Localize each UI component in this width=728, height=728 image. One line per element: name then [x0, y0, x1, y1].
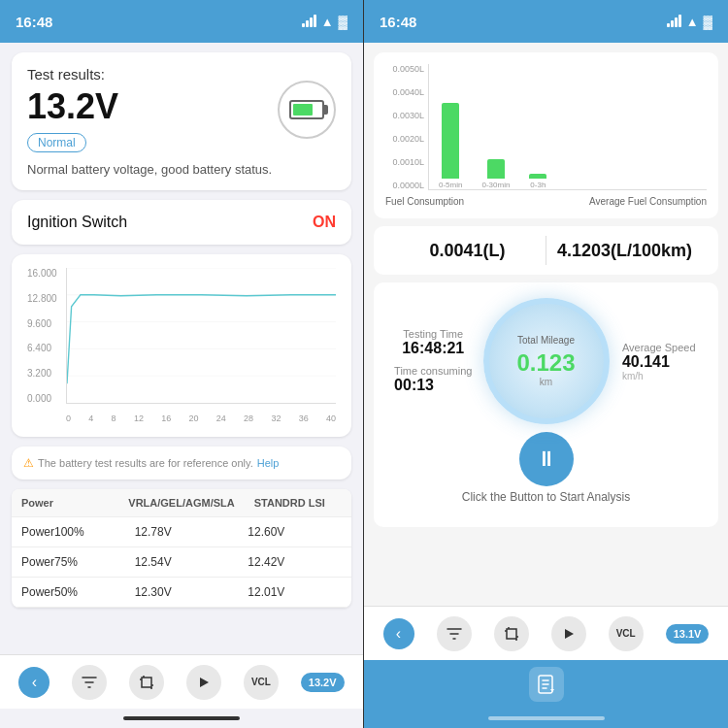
- fuel-chart-area: 0.0050L 0.0040L 0.0030L 0.0020L 0.0010L …: [385, 64, 707, 190]
- table-row: Power50% 12.30V 12.01V: [12, 578, 351, 608]
- fuel-chart-card: 0.0050L 0.0040L 0.0030L 0.0020L 0.0010L …: [374, 52, 718, 218]
- svg-rect-5: [142, 678, 151, 687]
- home-indicator-left: [0, 709, 363, 728]
- status-icons-left: ▲ ▓: [302, 15, 347, 29]
- battery-graphic: [278, 81, 336, 139]
- voltage-display: 13.2V: [27, 86, 118, 127]
- wifi-icon: ▲: [321, 15, 334, 29]
- fuel-consumption-label: Fuel Consumption: [385, 196, 464, 207]
- cell-vrla75: 12.54V: [125, 547, 239, 577]
- total-mileage-gauge: Total Mileage 0.123 km: [483, 298, 610, 424]
- crop-button-right[interactable]: [494, 616, 529, 651]
- warning-icon: ⚠: [23, 456, 34, 470]
- fuel-bar-tall: [442, 103, 459, 179]
- table-header: Power VRLA/GEL/AGM/SLA STANDRD LSI: [12, 489, 351, 517]
- battery-fill: [293, 104, 313, 116]
- fuel-bar-short: [529, 174, 546, 179]
- table-row: Power100% 12.78V 12.60V: [12, 517, 351, 547]
- ignition-label: Ignition Switch: [27, 214, 127, 231]
- circle-unit: km: [540, 377, 552, 387]
- chart-y-labels: 16.000 12.800 9.600 6.400 3.200 0.000: [27, 268, 66, 404]
- start-analysis-label: Click the Button to Start Analysis: [383, 490, 709, 512]
- filter-button-right[interactable]: [437, 616, 472, 651]
- test-results-label: Test results:: [27, 66, 118, 83]
- left-phone: 16:48 ▲ ▓ Test results: 13.2V Normal: [0, 0, 364, 728]
- pause-icon: ⏸: [536, 447, 557, 472]
- pause-button[interactable]: ⏸: [519, 432, 574, 486]
- testing-time-label: Testing Time 16:48:21: [402, 328, 464, 357]
- average-speed-section: Average Speed 40.141 km/h: [622, 342, 696, 381]
- signal-icon: [302, 16, 316, 27]
- battery-test-card: Test results: 13.2V Normal Normal batter…: [12, 52, 351, 190]
- fuel-value-left: 0.0041(L): [389, 241, 546, 261]
- avg-fuel-value-number: 4.1203(L/100km): [546, 241, 703, 261]
- filter-button[interactable]: [72, 665, 107, 700]
- fuel-values-card: 0.0041(L) 4.1203(L/100km): [374, 226, 718, 275]
- status-bar-left: 16:48 ▲ ▓: [0, 0, 363, 43]
- fuel-y-axis: 0.0050L 0.0040L 0.0030L 0.0020L 0.0010L …: [385, 64, 428, 190]
- stats-left: Testing Time 16:48:21 Time consuming 00:…: [383, 328, 483, 394]
- pause-button-container: ⏸: [383, 432, 709, 486]
- col-vrla: VRLA/GEL/AGM/SLA: [118, 489, 244, 516]
- cell-std75: 12.42V: [238, 547, 351, 577]
- home-indicator-right: [364, 709, 728, 728]
- crop-button[interactable]: [129, 665, 164, 700]
- circle-title: Total Mileage: [517, 335, 575, 346]
- back-button-right[interactable]: ‹: [383, 618, 414, 649]
- fuel-value-right: 4.1203(L/100km): [546, 241, 703, 261]
- avg-speed-unit: km/h: [622, 371, 696, 381]
- fuel-bars-area: 0-5min 0-30min 0-3h: [428, 64, 707, 190]
- vcl-button-right[interactable]: VCL: [609, 616, 644, 651]
- cell-vrla100: 12.78V: [125, 517, 239, 546]
- cell-vrla50: 12.30V: [125, 578, 239, 607]
- status-time-left: 16:48: [16, 14, 52, 30]
- table-row: Power75% 12.54V 12.42V: [12, 547, 351, 578]
- left-toolbar: ‹ VCL 13.2V: [0, 654, 363, 709]
- col-power: Power: [12, 489, 118, 516]
- battery-body: [289, 100, 324, 119]
- voltage-chart: 16.000 12.800 9.600 6.400 3.200 0.000: [27, 268, 336, 423]
- action-bar: [364, 660, 728, 709]
- battery-description: Normal battery voltage, good battery sta…: [27, 162, 336, 177]
- circle-gauge-card: Testing Time 16:48:21 Time consuming 00:…: [374, 282, 718, 527]
- right-toolbar: ‹ VCL 13.1V: [364, 606, 728, 660]
- voltage-badge-right: 13.1V: [666, 624, 710, 644]
- circle-value: 0.123: [516, 349, 575, 377]
- circle-stats: Testing Time 16:48:21 Time consuming 00:…: [383, 298, 709, 424]
- vcl-button[interactable]: VCL: [244, 665, 279, 700]
- cell-power50: Power50%: [12, 578, 125, 607]
- fuel-bar-0-30min: 0-30min: [481, 159, 510, 189]
- testing-time-value: 16:48:21: [402, 340, 464, 357]
- play-button[interactable]: [186, 665, 221, 700]
- left-content: Test results: 13.2V Normal Normal batter…: [0, 43, 363, 654]
- battery-icon-left: ▓: [339, 15, 347, 29]
- cell-power75: Power75%: [12, 547, 125, 577]
- info-card: ⚠ The battery test results are for refer…: [12, 447, 351, 480]
- play-button-right[interactable]: [551, 616, 586, 651]
- wifi-icon-right: ▲: [686, 15, 699, 29]
- svg-rect-11: [507, 629, 516, 639]
- chart-plot: [66, 268, 336, 404]
- voltage-badge-left: 13.2V: [301, 673, 345, 692]
- stats-right: Average Speed 40.141 km/h: [610, 342, 710, 381]
- status-time-right: 16:48: [380, 14, 416, 30]
- time-consuming-value: 00:13: [394, 377, 472, 394]
- document-icon[interactable]: [529, 667, 564, 702]
- status-bar-right: 16:48 ▲ ▓: [364, 0, 728, 43]
- cell-power100: Power100%: [12, 517, 125, 546]
- fuel-bar-0-5min: 0-5min: [439, 103, 462, 189]
- voltage-chart-card: 16.000 12.800 9.600 6.400 3.200 0.000: [12, 254, 351, 437]
- normal-badge: Normal: [27, 133, 86, 152]
- battery-icon-right: ▓: [704, 15, 712, 29]
- svg-marker-16: [565, 629, 574, 639]
- status-icons-right: ▲ ▓: [667, 15, 712, 29]
- cell-std100: 12.60V: [238, 517, 351, 546]
- signal-icon-right: [667, 16, 681, 27]
- ignition-card: Ignition Switch ON: [12, 200, 351, 245]
- back-button-left[interactable]: ‹: [18, 667, 50, 698]
- info-row: ⚠ The battery test results are for refer…: [23, 456, 340, 470]
- svg-marker-10: [200, 678, 209, 687]
- help-link[interactable]: Help: [257, 457, 280, 469]
- chart-x-labels: 0 4 8 12 16 20 24 28 32 36 40: [66, 414, 336, 423]
- cell-std50: 12.01V: [238, 578, 351, 607]
